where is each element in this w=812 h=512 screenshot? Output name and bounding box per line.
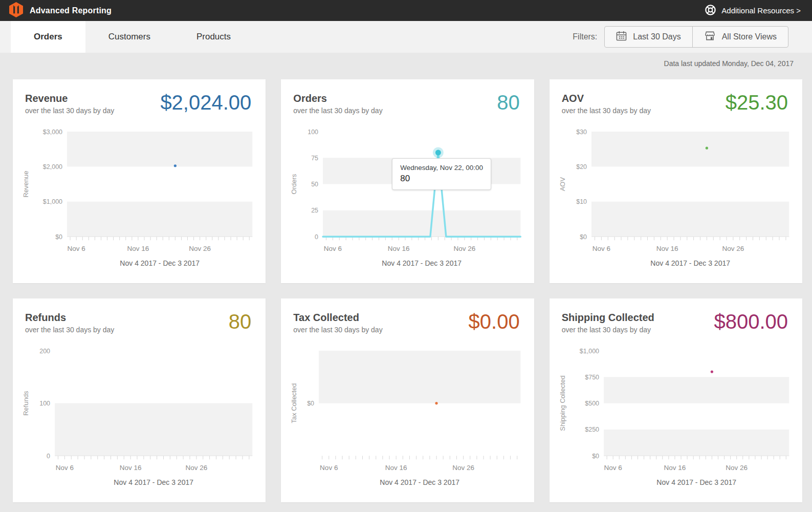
card-titles: AOVover the last 30 days by day	[562, 93, 651, 115]
x-tick-label: Nov 6	[56, 464, 74, 472]
summary-value: $2,024.00	[160, 92, 251, 113]
data-point[interactable]	[174, 164, 177, 167]
tooltip-value: 80	[400, 174, 483, 184]
x-tick-label: Nov 16	[656, 245, 678, 252]
y-tick-label: 200	[39, 348, 50, 355]
shipping-collected-chart-svg: $1,000$750$500$250$0Shipping CollectedNo…	[550, 341, 802, 495]
card-titles: Tax Collectedover the last 30 days by da…	[293, 312, 382, 334]
y-tick-label: $1,000	[579, 348, 599, 355]
hovered-data-point[interactable]	[435, 150, 441, 156]
card-orders: Ordersover the last 30 days by day801007…	[281, 79, 534, 283]
y-tick-label: $10	[576, 198, 587, 205]
data-point[interactable]	[705, 147, 708, 150]
plot-band	[604, 430, 789, 456]
card-header: AOVover the last 30 days by day$25.30	[550, 93, 802, 115]
card-titles: Refundsover the last 30 days by day	[25, 312, 114, 334]
card-title: Tax Collected	[293, 312, 382, 324]
card-header: Revenueover the last 30 days by day$2,02…	[13, 93, 266, 115]
data-point[interactable]	[710, 370, 713, 373]
last-updated-text: Data last updated Monday, Dec 04, 2017	[0, 53, 812, 72]
x-tick-label: Nov 16	[388, 245, 410, 252]
y-tick-label: $0	[580, 233, 587, 241]
card-aov: AOVover the last 30 days by day$25.30$30…	[550, 79, 802, 283]
card-subtitle: over the last 30 days by day	[562, 106, 651, 115]
card-title: Orders	[293, 93, 382, 104]
date-range-filter-button[interactable]: Last 30 Days	[605, 27, 692, 47]
x-tick-label: Nov 16	[127, 245, 149, 252]
aov-chart-svg: $30$20$10$0AOVNov 6Nov 16Nov 26Nov 4 201…	[550, 122, 802, 275]
card-title: AOV	[562, 93, 651, 104]
life-ring-icon	[705, 4, 716, 17]
x-tick-label: Nov 16	[120, 464, 142, 472]
y-axis-title: Refunds	[22, 391, 30, 416]
card-titles: Revenueover the last 30 days by day	[25, 93, 114, 115]
chart-area: 2001000RefundsNov 6Nov 16Nov 26Nov 4 201…	[13, 341, 266, 495]
plot-band	[323, 210, 520, 237]
card-revenue: Revenueover the last 30 days by day$2,02…	[13, 79, 266, 283]
y-tick-label: $250	[585, 426, 599, 433]
plot-band	[67, 202, 252, 237]
card-refunds: Refundsover the last 30 days by day80200…	[13, 298, 266, 502]
summary-value: $800.00	[714, 311, 788, 332]
summary-value: $0.00	[469, 311, 520, 332]
x-tick-label: Nov 26	[453, 464, 475, 472]
x-axis-range-label: Nov 4 2017 - Dec 3 2017	[656, 478, 736, 486]
additional-resources-link[interactable]: Additional Resources >	[705, 4, 801, 17]
y-tick-label: $750	[585, 374, 599, 381]
summary-value: $25.30	[726, 92, 788, 113]
x-axis-range-label: Nov 4 2017 - Dec 3 2017	[120, 259, 200, 267]
y-tick-label: $30	[576, 129, 587, 136]
card-title: Refunds	[25, 312, 114, 324]
x-tick-label: Nov 26	[189, 245, 211, 252]
chart-tooltip: Wednesday, Nov 22, 00:0080	[392, 158, 491, 190]
x-tick-label: Nov 16	[385, 464, 407, 472]
card-tax-collected: Tax Collectedover the last 30 days by da…	[281, 298, 534, 502]
chart-area: 1007550250OrdersNov 6Nov 16Nov 26Nov 4 2…	[281, 122, 534, 275]
tab-customers[interactable]: Customers	[85, 21, 173, 53]
store-view-filter-label: All Store Views	[722, 32, 777, 41]
x-axis-range-label: Nov 4 2017 - Dec 3 2017	[382, 259, 462, 267]
tabs: Orders Customers Products	[0, 21, 254, 53]
chart-area: $1,000$750$500$250$0Shipping CollectedNo…	[550, 341, 802, 495]
card-title: Revenue	[25, 93, 114, 104]
y-tick-label: $1,000	[43, 198, 62, 205]
y-tick-label: 100	[308, 129, 319, 136]
summary-value: 80	[497, 92, 520, 113]
y-tick-label: $0	[307, 400, 314, 407]
revenue-chart-svg: $3,000$2,000$1,000$0RevenueNov 6Nov 16No…	[13, 122, 266, 275]
store-icon	[704, 31, 716, 43]
x-tick-label: Nov 6	[604, 464, 622, 472]
store-view-filter-button[interactable]: All Store Views	[692, 27, 788, 47]
x-tick-label: Nov 26	[185, 464, 207, 472]
card-titles: Shipping Collectedover the last 30 days …	[562, 312, 654, 334]
magento-logo-icon	[9, 2, 23, 19]
y-tick-label: 0	[315, 233, 318, 241]
tab-products-label: Products	[196, 32, 231, 42]
chart-area: $30$20$10$0AOVNov 6Nov 16Nov 26Nov 4 201…	[550, 122, 802, 275]
y-tick-label: $500	[585, 400, 599, 407]
filters: Filters: Last 30 Days	[573, 21, 788, 53]
tab-products[interactable]: Products	[173, 21, 254, 53]
tab-customers-label: Customers	[108, 32, 150, 42]
card-subtitle: over the last 30 days by day	[25, 326, 114, 334]
calendar-icon	[616, 31, 627, 43]
tabbar: Orders Customers Products Filters: Last …	[0, 21, 812, 53]
data-point[interactable]	[435, 402, 438, 404]
card-subtitle: over the last 30 days by day	[293, 106, 382, 115]
x-tick-label: Nov 6	[324, 245, 342, 252]
chart-area: $3,000$2,000$1,000$0RevenueNov 6Nov 16No…	[13, 122, 266, 275]
x-tick-label: Nov 6	[320, 464, 338, 472]
plot-band	[591, 132, 789, 166]
x-tick-label: Nov 16	[664, 464, 686, 472]
y-tick-label: 25	[311, 207, 318, 214]
tooltip-date: Wednesday, Nov 22, 00:00	[400, 164, 483, 172]
tab-orders[interactable]: Orders	[11, 21, 85, 53]
summary-value: 80	[229, 311, 252, 332]
filters-label: Filters:	[573, 32, 597, 41]
plot-band	[55, 403, 252, 456]
card-header: Ordersover the last 30 days by day80	[281, 93, 534, 115]
y-tick-label: $20	[576, 163, 587, 170]
y-tick-label: $0	[55, 233, 62, 241]
y-axis-title: Tax Collected	[290, 383, 298, 423]
card-header: Shipping Collectedover the last 30 days …	[550, 312, 802, 334]
